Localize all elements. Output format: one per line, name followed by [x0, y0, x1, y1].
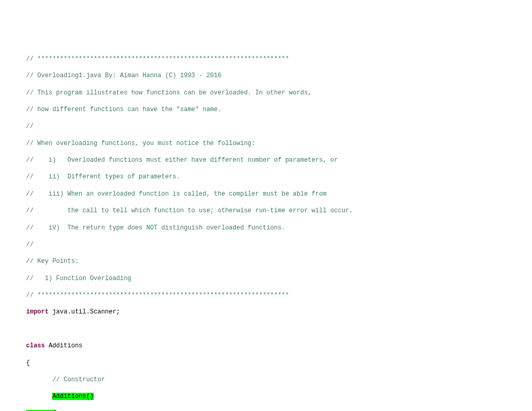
- class-name: Additions: [45, 342, 82, 349]
- comment-line: // 1) Function Overloading: [26, 274, 506, 283]
- comment-line: // iV) The return type does NOT distingu…: [26, 224, 506, 232]
- import-line: import java.util.Scanner;: [26, 308, 506, 316]
- comment-line: // how different functions can have the …: [26, 105, 506, 114]
- comment-line: // iii) When an overloaded function is c…: [26, 190, 506, 198]
- constructor-comment: // Constructor: [26, 376, 506, 384]
- import-keyword: import: [26, 308, 49, 316]
- comment-line: // Overloading1.java By: Aiman Hanna (C)…: [26, 71, 506, 80]
- constructor-open: {: [26, 409, 506, 411]
- class-decl: class Additions: [26, 342, 506, 350]
- code-block: // *************************************…: [26, 46, 506, 411]
- comment-line: // ii) Different types of parameters.: [26, 173, 506, 181]
- blank-line: [26, 325, 506, 333]
- indent: [26, 393, 52, 400]
- constructor-name: Additions(): [52, 393, 93, 400]
- comment-line: // *************************************…: [26, 55, 506, 63]
- constructor-sig: Additions(): [26, 392, 506, 401]
- comment-line: // i) Overloaded functions must either h…: [26, 156, 506, 164]
- comment-line: // Key Points:: [26, 257, 506, 265]
- open-brace: {: [26, 359, 506, 367]
- import-target: java.util.Scanner;: [49, 308, 120, 316]
- class-keyword: class: [26, 342, 45, 349]
- comment-line: //: [26, 122, 506, 130]
- comment-line: // the call to tell which function to us…: [26, 207, 506, 215]
- comment-line: // This program illustrates how function…: [26, 89, 506, 97]
- comment-line: //: [26, 240, 506, 249]
- comment-line: // *************************************…: [26, 291, 506, 299]
- comment-line: // When overloading functions, you must …: [26, 139, 506, 148]
